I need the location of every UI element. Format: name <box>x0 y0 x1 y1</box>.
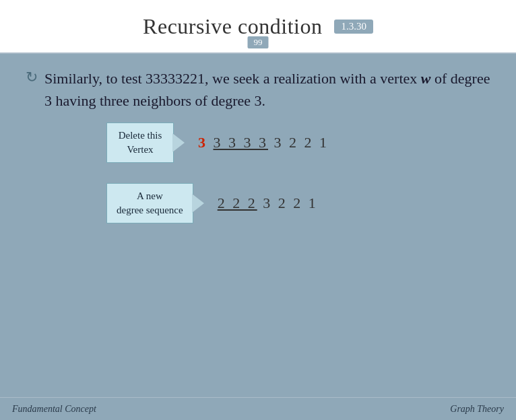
top-bar: Recursive condition 1.3.30 99 <box>0 0 516 53</box>
slide-title: Recursive condition <box>143 14 322 39</box>
diagram-area: Delete thisVertex 3 3 3 3 3 3 2 2 1 A ne… <box>106 123 490 223</box>
bullet-icon: ↻ <box>26 69 38 86</box>
footer: Fundamental Concept Graph Theory <box>0 397 516 420</box>
bullet-text: Similarly, to test 33333221, we seek a r… <box>44 67 490 112</box>
row1: Delete thisVertex 3 3 3 3 3 3 2 2 1 <box>106 123 490 163</box>
w-variable: w <box>421 70 431 87</box>
underline-numbers-row2: 2 2 2 <box>218 195 257 211</box>
rest-numbers-row2: 3 2 2 1 <box>263 195 318 211</box>
slide-number: 99 <box>248 36 269 48</box>
new-degree-label: A newdegree sequence <box>106 183 193 223</box>
main-content: ↻ Similarly, to test 33333221, we seek a… <box>0 54 516 230</box>
underline-numbers-row1: 3 3 3 3 <box>214 134 269 151</box>
sequence-row1: 3 3 3 3 3 3 2 2 1 <box>198 134 329 151</box>
sequence-row2: 2 2 2 3 2 2 1 <box>218 195 318 212</box>
title-area: Recursive condition 1.3.30 <box>143 14 373 39</box>
slide: Recursive condition 1.3.30 99 ↻ Similarl… <box>0 0 516 420</box>
new-degree-box-wrapper: A newdegree sequence <box>106 183 204 223</box>
row2: A newdegree sequence 2 2 2 3 2 2 1 <box>106 183 490 223</box>
red-number: 3 <box>198 134 207 151</box>
delete-vertex-box-wrapper: Delete thisVertex <box>106 123 185 163</box>
bullet-point: ↻ Similarly, to test 33333221, we seek a… <box>26 67 490 112</box>
rest-numbers-row1: 3 2 2 1 <box>274 134 329 151</box>
footer-right: Graph Theory <box>450 404 504 415</box>
footer-left: Fundamental Concept <box>12 404 96 415</box>
delete-vertex-label: Delete thisVertex <box>106 123 174 163</box>
version-label: 1.3.30 <box>334 20 373 34</box>
